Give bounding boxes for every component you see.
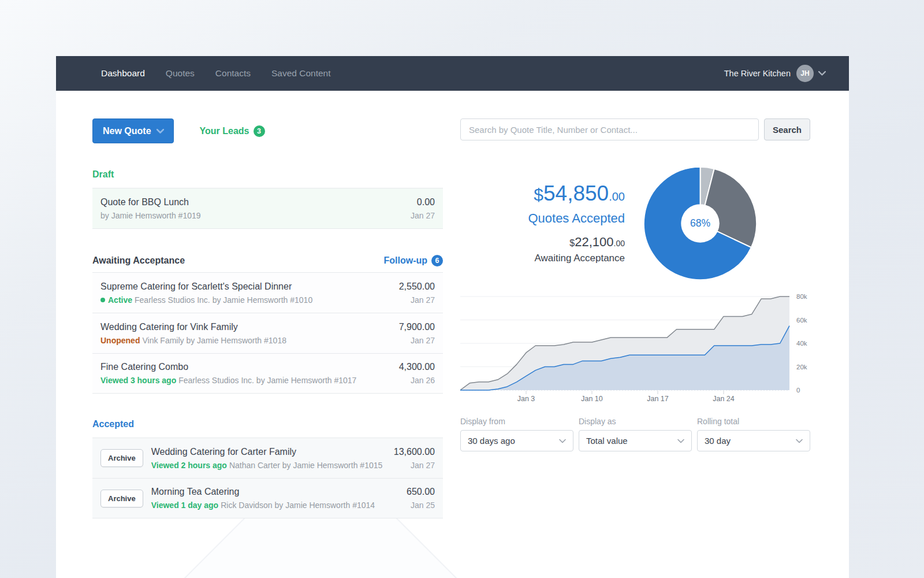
svg-text:60k: 60k [796,317,807,324]
quote-row[interactable]: Archive Wedding Catering for Carter Fami… [92,438,443,478]
chevron-down-icon [559,439,566,443]
status-text: Viewed 1 day ago [151,501,218,510]
quote-amount: 13,600.00 [394,446,435,458]
awaiting-amount: $22,100.00 [528,234,625,251]
display-as-label: Display as [579,416,692,427]
quote-row[interactable]: Fine Catering Combo Viewed 3 hours agoFe… [92,353,443,394]
quote-meta: Viewed 2 hours agoNathan Carter by Jamie… [151,460,385,471]
dashboard-card: Dashboard Quotes Contacts Saved Content … [56,56,849,578]
quote-title: Morning Tea Catering [151,486,397,498]
archive-button[interactable]: Archive [100,490,143,507]
archive-button[interactable]: Archive [100,449,143,467]
follow-up-badge: 6 [431,255,443,266]
account-name: The River Kitchen [724,69,791,78]
quote-row[interactable]: Archive Morning Tea Catering Viewed 1 da… [92,478,443,518]
accepted-label: Quotes Accepted [528,210,625,227]
chevron-down-icon [677,439,684,443]
nav-item-quotes[interactable]: Quotes [166,68,195,79]
section-draft-title: Draft [92,169,443,180]
quote-amount: 7,900.00 [399,321,435,334]
quote-title: Wedding Catering for Vink Family [100,321,390,334]
svg-text:Jan 10: Jan 10 [581,395,603,403]
quote-date: Jan 27 [399,294,435,306]
accepted-amount: $54,850.00 [528,181,625,209]
svg-text:80k: 80k [796,293,807,300]
quote-amount: 2,550.00 [399,280,435,293]
quote-meta: Viewed 1 day agoRick Davidson by Jamie H… [151,499,397,511]
rolling-total-select[interactable]: 30 day [697,430,810,451]
toolbar: New Quote Your Leads 3 [92,118,443,143]
quote-meta: by Jamie Hemsworth #1019 [100,210,401,221]
svg-text:Jan 3: Jan 3 [517,395,535,403]
awaiting-label: Awaiting Acceptance [528,251,625,265]
svg-text:0: 0 [796,387,800,394]
rolling-total-label: Rolling total [697,416,810,427]
active-status-dot [100,298,105,302]
quote-date: Jan 27 [394,460,435,471]
nav-item-saved-content[interactable]: Saved Content [271,68,331,79]
quote-title: Wedding Catering for Carter Family [151,446,385,458]
display-as-select[interactable]: Total value [579,430,692,451]
quote-row[interactable]: Quote for BBQ Lunch by Jamie Hemsworth #… [92,188,443,229]
chevron-down-icon [818,71,826,76]
chevron-down-icon [796,439,803,443]
quote-title: Fine Catering Combo [100,361,390,373]
quote-date: Jan 26 [399,375,435,386]
display-from-select[interactable]: 30 days ago [460,430,573,451]
quote-amount: 650.00 [407,486,435,498]
your-leads-label: Your Leads [200,126,249,136]
quote-stats: $54,850.00 Quotes Accepted $22,100.00 Aw… [528,181,625,265]
your-leads-link[interactable]: Your Leads 3 [200,125,265,137]
donut-center-label: 68% [690,217,710,229]
quote-amount: 4,300.00 [399,361,435,373]
svg-text:20k: 20k [796,364,807,370]
quote-title: Quote for BBQ Lunch [100,196,401,209]
nav-item-dashboard[interactable]: Dashboard [101,68,145,79]
quote-date: Jan 27 [399,335,435,346]
navbar: Dashboard Quotes Contacts Saved Content … [56,56,849,91]
chevron-down-icon [157,129,164,134]
quote-date: Jan 27 [411,210,435,221]
section-awaiting-title: Awaiting Acceptance [92,255,185,266]
status-text: Viewed 2 hours ago [151,461,227,470]
display-from-label: Display from [460,416,573,427]
status-text: Viewed 3 hours ago [100,376,176,385]
quote-amount: 0.00 [411,196,435,209]
quote-meta: UnopenedVink Family by Jamie Hemsworth #… [100,335,390,346]
follow-up-link[interactable]: Follow-up 6 [383,255,443,266]
acceptance-donut-chart: 68% [641,164,759,283]
quote-date: Jan 25 [407,499,435,511]
section-accepted-title: Accepted [92,419,443,429]
new-quote-label: New Quote [103,126,151,136]
follow-up-label: Follow-up [383,255,427,266]
status-text: Unopened [100,336,140,345]
quote-meta: Viewed 3 hours agoFearless Studios Inc. … [100,375,390,386]
your-leads-badge: 3 [254,125,265,137]
avatar: JH [796,65,814,82]
quote-title: Supreme Catering for Scarlett's Special … [100,280,390,293]
account-menu[interactable]: The River Kitchen JH [724,65,826,82]
quotes-area-chart: 80k60k40k20k0Jan 3Jan 10Jan 17Jan 24 [460,290,810,407]
quote-row[interactable]: Wedding Catering for Vink Family Unopene… [92,313,443,353]
search-input[interactable] [460,118,759,140]
svg-text:Jan 24: Jan 24 [713,395,735,403]
quote-meta: ActiveFearless Studios Inc. by Jamie Hem… [100,294,390,306]
new-quote-button[interactable]: New Quote [92,118,174,143]
status-text: Active [108,295,132,305]
svg-text:40k: 40k [796,340,807,347]
nav-item-contacts[interactable]: Contacts [215,68,251,79]
quote-row[interactable]: Supreme Catering for Scarlett's Special … [92,272,443,313]
search-button[interactable]: Search [764,118,810,140]
svg-text:Jan 17: Jan 17 [647,395,669,403]
